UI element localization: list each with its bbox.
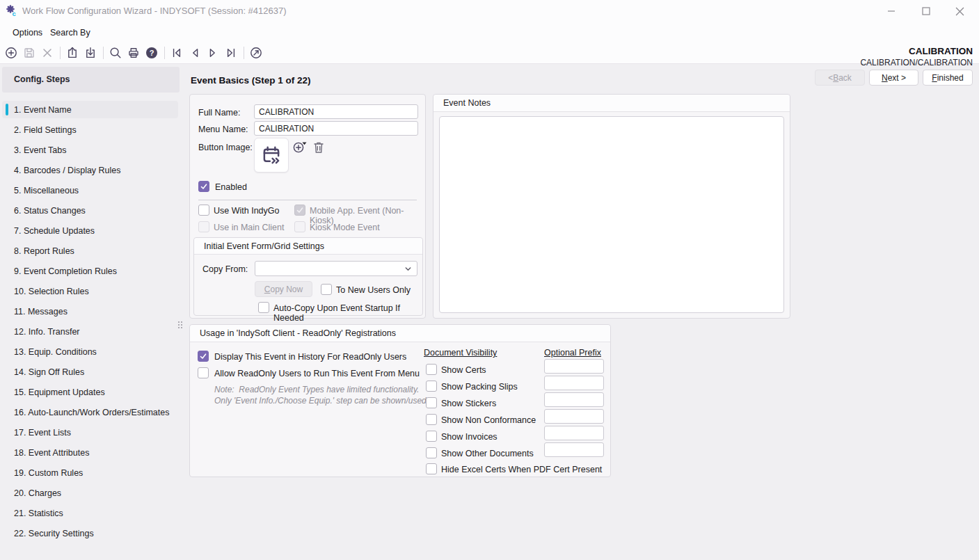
maximize-button[interactable] [914, 3, 938, 19]
usage-panel: Usage in 'IndySoft Client - ReadOnly' Re… [189, 324, 611, 477]
menu-name-input[interactable] [254, 121, 418, 136]
first-record-icon[interactable] [170, 46, 184, 60]
finished-button[interactable]: Finished [923, 70, 973, 86]
navigate-icon[interactable] [249, 46, 263, 60]
show-other-documents-checkbox[interactable] [426, 447, 437, 458]
hide-excel-certs-label: Hide Excel Certs When PDF Cert Present [441, 465, 602, 474]
show-packing-slips-checkbox[interactable] [426, 381, 437, 392]
sidebar-item-event-completion-rules[interactable]: 9. Event Completion Rules [2, 262, 178, 280]
button-image-label: Button Image: [198, 143, 253, 152]
hide-excel-certs-checkbox[interactable] [426, 463, 437, 474]
add-icon[interactable] [4, 46, 18, 60]
kiosk-mode-event-checkbox[interactable] [294, 221, 305, 232]
optional-prefix-header: Optional Prefix [544, 348, 601, 358]
sidebar-item-equipment-updates[interactable]: 15. Equipment Updates [2, 383, 178, 401]
previous-record-icon[interactable] [188, 46, 202, 60]
chevron-down-icon [404, 264, 413, 273]
display-history-checkbox[interactable] [198, 351, 209, 362]
show-certs-label: Show Certs [441, 365, 486, 375]
menu-options[interactable]: Options [10, 25, 45, 40]
delete-icon[interactable] [40, 46, 54, 60]
initial-settings-header: Initial Event Form/Grid Settings [194, 238, 422, 255]
show-certs-checkbox[interactable] [426, 364, 437, 375]
sidebar-item-report-rules[interactable]: 8. Report Rules [2, 242, 178, 259]
sidebar-item-field-settings[interactable]: 2. Field Settings [2, 121, 178, 138]
sidebar-item-event-name[interactable]: 1. Event Name [2, 101, 178, 118]
display-history-label: Display This Event in History For ReadOn… [214, 352, 406, 362]
sidebar-item-statistics[interactable]: 21. Statistics [2, 504, 178, 522]
menu-name-label: Menu Name: [198, 125, 248, 134]
event-notes-panel: Event Notes [433, 94, 790, 319]
sidebar-item-info-transfer[interactable]: 12. Info. Transfer [2, 323, 178, 340]
other-documents-prefix-input[interactable] [544, 442, 604, 457]
sidebar-item-barcodes[interactable]: 4. Barcodes / Display Rules [2, 161, 178, 179]
sidebar-item-sign-off-rules[interactable]: 14. Sign Off Rules [2, 363, 178, 381]
minimize-button[interactable] [879, 3, 903, 19]
menu-search-by[interactable]: Search By [47, 25, 93, 40]
current-event-name: CALIBRATION [909, 46, 973, 56]
readonly-note-line2: Only 'Event Info./Choose Equip.' step ca… [214, 396, 429, 406]
sidebar-item-custom-rules[interactable]: 19. Custom Rules [2, 464, 178, 481]
close-button[interactable] [948, 3, 971, 19]
help-icon[interactable]: ? [145, 46, 159, 60]
last-record-icon[interactable] [224, 46, 238, 60]
sidebar-item-messages[interactable]: 11. Messages [2, 303, 178, 320]
sidebar-item-auto-launch[interactable]: 16. Auto-Launch/Work Orders/Estimates [2, 403, 178, 421]
sidebar-item-event-tabs[interactable]: 3. Event Tabs [2, 141, 178, 159]
sidebar-item-equip-conditions[interactable]: 13. Equip. Conditions [2, 343, 178, 360]
packing-slips-prefix-input[interactable] [544, 376, 604, 390]
sidebar-item-miscellaneous[interactable]: 5. Miscellaneous [2, 182, 178, 199]
export-icon[interactable] [65, 46, 79, 60]
next-record-icon[interactable] [206, 46, 220, 60]
toolbar: ? [4, 46, 267, 60]
invoices-prefix-input[interactable] [544, 426, 604, 440]
sidebar-item-event-lists[interactable]: 17. Event Lists [2, 424, 178, 441]
event-notes-header: Event Notes [433, 95, 790, 112]
svg-text:?: ? [150, 49, 154, 57]
auto-copy-checkbox[interactable] [258, 302, 269, 313]
show-stickers-checkbox[interactable] [426, 397, 437, 408]
stickers-prefix-input[interactable] [544, 392, 604, 407]
sidebar-item-event-attributes[interactable]: 18. Event Attributes [2, 444, 178, 461]
sidebar-item-selection-rules[interactable]: 10. Selection Rules [2, 282, 178, 300]
certs-prefix-input[interactable] [544, 359, 604, 374]
toolbar-separator [60, 47, 61, 59]
copy-from-select[interactable] [255, 261, 417, 276]
document-visibility-header: Document Visibility [424, 348, 497, 358]
non-conformance-prefix-input[interactable] [544, 409, 604, 424]
full-name-input[interactable] [254, 104, 418, 119]
copy-from-label: Copy From: [202, 264, 248, 274]
use-in-main-client-checkbox[interactable] [198, 221, 209, 232]
next-button[interactable]: Next > [869, 70, 918, 86]
search-icon[interactable] [109, 46, 122, 60]
copy-now-button[interactable]: Copy Now [255, 281, 312, 297]
show-invoices-checkbox[interactable] [426, 431, 437, 442]
show-non-conformance-checkbox[interactable] [426, 414, 437, 425]
mobile-app-event-checkbox[interactable] [294, 205, 305, 216]
show-other-documents-label: Show Other Documents [441, 449, 534, 458]
show-non-conformance-label: Show Non Conformance [441, 415, 536, 425]
current-event-path: CALIBRATION/CALIBRATION [860, 58, 973, 67]
event-notes-textarea[interactable] [439, 116, 784, 313]
save-icon[interactable] [22, 46, 36, 60]
full-name-label: Full Name: [198, 108, 240, 118]
enabled-checkbox[interactable] [198, 181, 209, 192]
app-logo-icon: c [6, 4, 18, 17]
delete-image-icon[interactable] [312, 141, 325, 154]
print-icon[interactable] [127, 46, 141, 60]
splitter-grip[interactable] [177, 321, 184, 328]
use-with-indygo-checkbox[interactable] [198, 205, 209, 216]
back-button[interactable]: < Back [815, 70, 865, 86]
add-image-icon[interactable] [292, 139, 308, 154]
sidebar-item-security-settings[interactable]: 22. Security Settings [2, 525, 178, 542]
sidebar-item-schedule-updates[interactable]: 7. Schedule Updates [2, 222, 178, 239]
sidebar-item-status-changes[interactable]: 6. Status Changes [2, 202, 178, 219]
to-new-users-only-checkbox[interactable] [321, 284, 332, 295]
import-icon[interactable] [83, 46, 97, 60]
top-chrome: c Work Flow Configuration Wizard - INDYS… [0, 0, 979, 64]
allow-run-checkbox[interactable] [198, 367, 209, 378]
button-image-preview[interactable] [254, 138, 289, 173]
sidebar-item-charges[interactable]: 20. Charges [2, 484, 178, 502]
app-window: c Work Flow Configuration Wizard - INDYS… [0, 0, 979, 560]
sidebar-header: Config. Steps [2, 67, 180, 93]
